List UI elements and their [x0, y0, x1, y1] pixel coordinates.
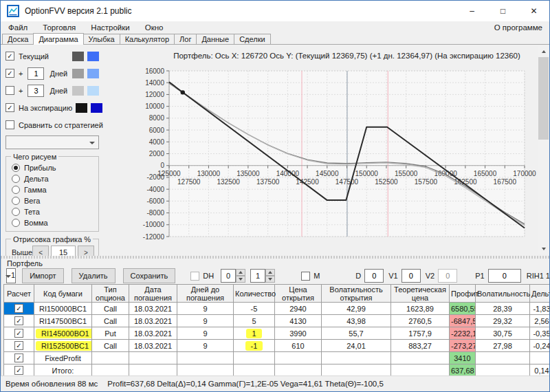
cell[interactable]: 9	[177, 327, 234, 340]
color-swatch[interactable]	[87, 69, 99, 78]
col-header[interactable]: Количество	[234, 285, 275, 303]
cell[interactable]: FixedProfit	[34, 352, 92, 364]
cell[interactable]	[322, 352, 391, 364]
calc-cell[interactable]: ✓	[4, 327, 34, 340]
cell[interactable]: 2,56	[530, 315, 550, 327]
tab-Сделки[interactable]: Сделки	[234, 34, 271, 44]
cell[interactable]: RI150000BC1	[34, 303, 92, 315]
tab-Диаграмма[interactable]: Диаграмма	[33, 33, 83, 45]
cell[interactable]	[322, 364, 391, 377]
cell[interactable]: 18.03.2021	[129, 327, 177, 340]
cell[interactable]	[129, 364, 177, 377]
cell[interactable]: 30,75	[476, 327, 530, 340]
cell[interactable]: Call	[92, 303, 129, 315]
cell[interactable]: 42,99	[322, 303, 391, 315]
draw-option-Дельта[interactable]: Дельта	[12, 173, 94, 184]
cell[interactable]: 610	[275, 340, 322, 352]
draw-option-Вомма[interactable]: Вомма	[12, 217, 94, 228]
calc-cell[interactable]: ✓	[4, 303, 34, 315]
cell[interactable]: 3410	[450, 352, 476, 364]
row-checkbox[interactable]: ✓	[14, 329, 23, 338]
cell[interactable]	[92, 364, 129, 377]
cell[interactable]	[234, 352, 275, 364]
calc-cell[interactable]: ✓	[4, 352, 34, 364]
days-input[interactable]	[28, 85, 44, 97]
menu-item[interactable]: Окно	[138, 23, 171, 32]
cell[interactable]: 24,01	[322, 340, 391, 352]
col-header[interactable]: Дельта	[530, 285, 550, 303]
m-checkbox-box[interactable]	[301, 272, 310, 281]
spin-down-icon[interactable]	[236, 276, 245, 283]
cell[interactable]	[391, 352, 450, 364]
layer-checkbox[interactable]: ✓	[6, 52, 14, 61]
cell[interactable]: -5	[234, 303, 275, 315]
col-header[interactable]: Волатильностьоткрытия	[322, 285, 391, 303]
dh-spinner-1[interactable]: 0	[221, 269, 245, 283]
radio-icon[interactable]	[12, 164, 20, 172]
maximize-icon[interactable]: □	[487, 1, 518, 21]
draw-option-Тета[interactable]: Тета	[12, 206, 94, 217]
strategy-dropdown[interactable]	[6, 135, 99, 149]
decrease-button[interactable]: <	[32, 246, 49, 256]
cell[interactable]: -6847,5	[450, 315, 476, 327]
p1-input[interactable]	[488, 269, 521, 283]
col-header[interactable]: Дней допогашения	[177, 285, 234, 303]
cell[interactable]: 6580,55	[450, 303, 476, 315]
radio-icon[interactable]	[12, 208, 20, 216]
row-checkbox[interactable]: ✓	[14, 316, 23, 325]
cell[interactable]	[530, 352, 550, 364]
cell[interactable]: -0,24	[530, 340, 550, 352]
draw-option-Гамма[interactable]: Гамма	[12, 184, 94, 195]
cell[interactable]: -1	[234, 340, 275, 352]
row-checkbox[interactable]: ✓	[14, 341, 23, 350]
cell[interactable]	[92, 352, 129, 364]
cell[interactable]	[177, 364, 234, 377]
col-header[interactable]: Расчет	[4, 285, 34, 303]
cell[interactable]: -0,35	[530, 327, 550, 340]
color-swatch[interactable]	[87, 52, 99, 61]
cell[interactable]: 55,7	[322, 327, 391, 340]
cell[interactable]: 28,39	[476, 303, 530, 315]
draw-option-Вега[interactable]: Вега	[12, 195, 94, 206]
delete-button[interactable]: Удалить	[72, 268, 116, 283]
cell[interactable]	[275, 352, 322, 364]
cell[interactable]: -2232,1	[450, 327, 476, 340]
col-header[interactable]: Код бумаги	[34, 285, 92, 303]
spin-down-icon[interactable]	[265, 276, 275, 283]
tab-Улыбка[interactable]: Улыбка	[83, 34, 120, 44]
cell[interactable]: 1	[234, 327, 275, 340]
v1-input[interactable]	[402, 269, 421, 283]
dh-checkbox[interactable]: DH	[190, 272, 214, 281]
menu-item[interactable]: Торговля	[35, 23, 83, 32]
color-swatch[interactable]	[91, 103, 102, 113]
tab-Лог[interactable]: Лог	[174, 34, 197, 44]
cell[interactable]	[234, 364, 275, 377]
radio-icon[interactable]	[12, 219, 20, 227]
cell[interactable]: 9	[177, 303, 234, 315]
col-header[interactable]: Ценаоткрытия	[275, 285, 322, 303]
radio-icon[interactable]	[12, 197, 20, 205]
spin-up-icon[interactable]	[265, 269, 275, 276]
row-checkbox[interactable]: ✓	[14, 304, 23, 313]
cell[interactable]: 5	[234, 315, 275, 327]
cell[interactable]: 3990	[275, 327, 322, 340]
days-input[interactable]	[28, 67, 44, 80]
layer-checkbox[interactable]: ✓	[6, 69, 14, 78]
menu-item[interactable]: Настройки	[83, 23, 137, 32]
layer-checkbox[interactable]: ✓	[6, 103, 14, 112]
profit-chart[interactable]: -12000-10000-8000-6000-4000-200002000400…	[114, 47, 549, 254]
d-input[interactable]	[364, 269, 384, 283]
cell[interactable]: 637,68	[450, 364, 476, 377]
cell[interactable]: 29,32	[476, 315, 530, 327]
cell[interactable]: 1757,9	[391, 327, 450, 340]
cell[interactable]: 18.03.2021	[129, 303, 177, 315]
col-header[interactable]: Типопциона	[92, 285, 129, 303]
dh-spinner-2[interactable]: 1	[250, 269, 275, 283]
import-button[interactable]: Импорт	[22, 268, 63, 283]
row-checkbox[interactable]: ✓	[14, 353, 23, 362]
cell[interactable]: 43,98	[322, 315, 391, 327]
layer-checkbox[interactable]	[6, 86, 14, 95]
tab-Данные[interactable]: Данные	[196, 34, 234, 44]
cell[interactable]	[391, 364, 450, 377]
calc-cell[interactable]: ✓	[4, 364, 34, 377]
